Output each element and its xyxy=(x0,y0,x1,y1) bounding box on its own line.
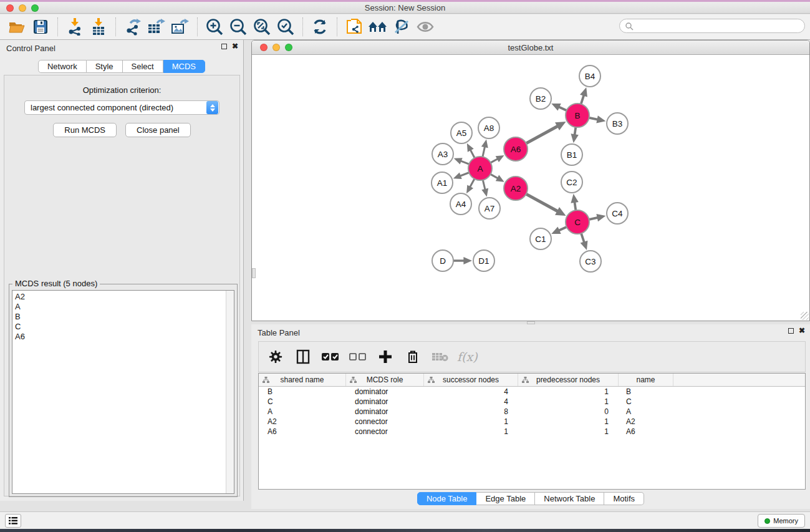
export-image-button[interactable] xyxy=(168,16,192,38)
show-graphics-details-button[interactable] xyxy=(413,16,437,38)
export-network-button[interactable] xyxy=(121,16,145,38)
table-row[interactable]: A2connector11A2 xyxy=(259,417,805,427)
tab-select[interactable]: Select xyxy=(123,60,163,73)
tab-style[interactable]: Style xyxy=(87,60,123,73)
clone-network-button[interactable] xyxy=(342,16,366,38)
float-panel-icon[interactable] xyxy=(788,328,794,334)
network-view-window: testGlobe.txt B4B2BB3A8A5A6A3B1AA1C2A2A4… xyxy=(251,40,810,321)
tab-network-table[interactable]: Network Table xyxy=(535,492,604,505)
graph-node-C[interactable]: C xyxy=(566,210,589,234)
table-row[interactable]: A6connector11A6 xyxy=(259,427,805,437)
graph-node-B3[interactable]: B3 xyxy=(607,113,628,134)
graph-node-A8[interactable]: A8 xyxy=(478,117,499,138)
mcds-result-list: A2ABCA6 xyxy=(12,290,234,494)
column-header-MCDS-role[interactable]: MCDS role xyxy=(346,374,424,386)
graph-node-B4[interactable]: B4 xyxy=(579,65,600,87)
resize-grip-icon[interactable] xyxy=(801,312,809,320)
tab-network[interactable]: Network xyxy=(38,60,87,73)
import-network-button[interactable] xyxy=(63,16,87,38)
column-type-icon xyxy=(522,377,529,384)
column-type-icon xyxy=(263,377,269,384)
zoom-in-button[interactable] xyxy=(203,16,226,38)
column-type-icon xyxy=(350,377,357,384)
memory-button[interactable]: Memory xyxy=(758,514,805,528)
result-list-scrollbar[interactable] xyxy=(226,291,234,493)
list-icon xyxy=(9,517,17,525)
graph-node-D[interactable]: D xyxy=(432,250,453,271)
zoom-out-button[interactable] xyxy=(226,16,250,38)
table-cell: dominator xyxy=(346,407,424,416)
select-stepper-icon xyxy=(206,101,218,114)
graph-edge-arrowhead xyxy=(571,133,579,143)
graph-node-A6[interactable]: A6 xyxy=(504,137,528,161)
home-icon xyxy=(368,19,388,34)
graph-node-B1[interactable]: B1 xyxy=(561,144,582,165)
table-cell: A2 xyxy=(619,417,673,426)
svg-text:A7: A7 xyxy=(485,204,495,213)
table-row[interactable]: Bdominator41B xyxy=(259,387,805,397)
column-view-button[interactable] xyxy=(292,346,314,368)
network-canvas[interactable]: B4B2BB3A8A5A6A3B1AA1C2A2A4A7C4CC1DD1C3 xyxy=(252,56,809,321)
export-table-button[interactable] xyxy=(145,16,168,38)
tab-node-table[interactable]: Node Table xyxy=(417,492,477,505)
refresh-button[interactable] xyxy=(308,16,332,38)
result-list-item[interactable]: A6 xyxy=(12,332,234,342)
result-list-item[interactable]: C xyxy=(12,322,234,332)
create-column-button[interactable] xyxy=(375,346,396,368)
close-panel-button[interactable]: Close panel xyxy=(125,123,191,137)
save-session-button[interactable] xyxy=(29,16,52,38)
search-input[interactable] xyxy=(634,19,804,32)
zoom-out-icon xyxy=(229,17,248,36)
column-header-predecessor-nodes[interactable]: predecessor nodes xyxy=(518,374,619,386)
search-field[interactable] xyxy=(619,19,805,33)
graph-node-D1[interactable]: D1 xyxy=(473,250,494,271)
result-list-item[interactable]: B xyxy=(12,312,234,322)
graph-node-A2[interactable]: A2 xyxy=(504,177,528,200)
import-table-button[interactable] xyxy=(87,16,110,38)
close-panel-icon[interactable]: ✖ xyxy=(232,44,238,49)
column-header-successor-nodes[interactable]: successor nodes xyxy=(424,374,518,386)
table-cell: A6 xyxy=(259,427,346,436)
graph-node-C3[interactable]: C3 xyxy=(580,251,601,272)
graph-node-A4[interactable]: A4 xyxy=(450,193,471,215)
result-list-item[interactable]: A xyxy=(12,302,234,312)
graph-node-A[interactable]: A xyxy=(468,157,492,180)
hide-graphics-details-button[interactable] xyxy=(390,16,413,38)
deselect-all-button[interactable] xyxy=(347,346,369,368)
column-header-shared-name[interactable]: shared name xyxy=(259,374,346,386)
zoom-selected-button[interactable] xyxy=(274,16,297,38)
svg-text:C2: C2 xyxy=(566,178,577,187)
table-row[interactable]: Adominator80A xyxy=(259,407,805,417)
table-panel-header: Table Panel ✖ xyxy=(251,324,810,341)
memory-status-icon xyxy=(764,518,770,524)
table-cell: 4 xyxy=(424,397,518,406)
table-cell: C xyxy=(259,397,346,406)
graph-node-C1[interactable]: C1 xyxy=(530,228,551,249)
graph-node-A5[interactable]: A5 xyxy=(451,122,472,143)
table-settings-button[interactable] xyxy=(265,346,286,368)
graph-node-A7[interactable]: A7 xyxy=(479,198,500,219)
criterion-select[interactable]: largest connected component (directed) xyxy=(24,100,219,115)
close-panel-icon[interactable]: ✖ xyxy=(799,328,805,334)
graph-node-C2[interactable]: C2 xyxy=(561,172,582,193)
canvas-left-nub[interactable] xyxy=(252,268,256,278)
open-session-button[interactable] xyxy=(5,16,29,38)
tab-motifs[interactable]: Motifs xyxy=(604,492,644,505)
delete-column-button[interactable] xyxy=(402,346,423,368)
task-history-button[interactable] xyxy=(5,514,21,528)
tab-edge-table[interactable]: Edge Table xyxy=(476,492,535,505)
graph-node-C4[interactable]: C4 xyxy=(607,203,628,224)
float-panel-icon[interactable] xyxy=(221,44,227,49)
run-mcds-button[interactable]: Run MCDS xyxy=(53,123,117,137)
graph-node-B2[interactable]: B2 xyxy=(530,88,551,109)
select-all-button[interactable] xyxy=(320,346,341,368)
result-list-item[interactable]: A2 xyxy=(12,292,234,302)
table-row[interactable]: Cdominator41C xyxy=(259,397,805,407)
home-button[interactable] xyxy=(366,16,390,38)
zoom-fit-button[interactable] xyxy=(250,16,274,38)
column-header-name[interactable]: name xyxy=(619,374,673,386)
graph-node-A3[interactable]: A3 xyxy=(432,143,453,165)
tab-mcds[interactable]: MCDS xyxy=(163,60,205,73)
graph-node-B[interactable]: B xyxy=(566,104,589,127)
graph-node-A1[interactable]: A1 xyxy=(432,172,453,193)
